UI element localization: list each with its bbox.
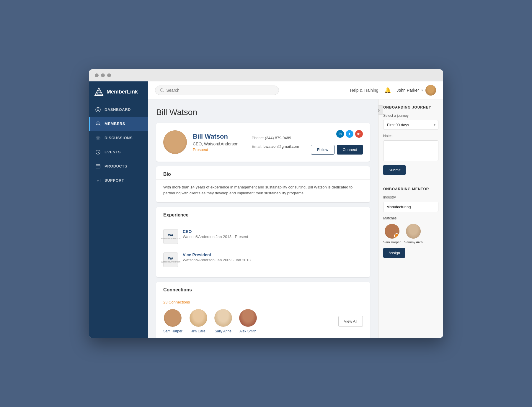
discussions-icon	[95, 135, 101, 141]
dashboard-label: DASHBOARD	[105, 107, 131, 112]
experience-body: WA Watson&Anderson CEO Watson&Anderson J…	[156, 220, 370, 277]
follow-button[interactable]: Follow	[311, 145, 334, 155]
members-label: MEMBERS	[105, 122, 125, 126]
connection-avatar-alex	[239, 309, 257, 327]
onboarding-journey-section: ONBOARDING JOURNEY Select a journey Firs…	[378, 99, 443, 181]
app-container: MemberLink DASHBOARD	[89, 81, 443, 338]
sidebar-item-products[interactable]: PRODUCTS	[89, 159, 148, 173]
mentor-avatar-sam: ✓	[385, 224, 399, 239]
search-icon	[160, 88, 164, 92]
sidebar-item-discussions[interactable]: DISCUSSIONS	[89, 131, 148, 145]
select-journey-label: Select a journey	[383, 114, 438, 118]
mentor-selected-badge: ✓	[394, 233, 399, 239]
content-area: Bill Watson Bill Watson CEO, Watson&Ande…	[148, 99, 443, 338]
main-area: Help & Training 🔔 John Parker ▾ Bill Wat…	[148, 81, 443, 338]
profile-actions: Follow Connect	[311, 145, 363, 155]
connection-item-sam[interactable]: Sam Harper	[163, 309, 182, 333]
svg-point-6	[97, 122, 99, 124]
notes-label: Notes	[383, 134, 438, 138]
assign-button[interactable]: Assign	[383, 248, 405, 258]
connection-name-jim: Jim Care	[191, 329, 205, 333]
google-icon[interactable]: g+	[355, 130, 363, 138]
bio-body: With more than 14 years of experience in…	[156, 180, 370, 203]
connection-name-sally: Sally Anne	[215, 329, 231, 333]
connection-item-alex[interactable]: Alex Smith	[239, 309, 257, 333]
connections-card: Connections 23 Connections Sam Harper	[156, 282, 370, 338]
connection-avatar-sam	[164, 309, 182, 327]
industry-input[interactable]	[384, 202, 438, 211]
company-full-2: Watson&Anderson	[161, 260, 180, 263]
logo-text: MemberLink	[107, 89, 138, 95]
onboarding-journey-title: ONBOARDING JOURNEY	[383, 105, 438, 109]
svg-point-4	[97, 109, 99, 111]
mentor-item-sam[interactable]: ✓ Sam Harper	[383, 224, 401, 244]
connections-count: 23 Connections	[163, 300, 363, 304]
browser-window: MemberLink DASHBOARD	[89, 69, 443, 338]
sidebar-nav: DASHBOARD MEMBERS	[89, 103, 148, 338]
bell-icon[interactable]: 🔔	[384, 87, 391, 93]
experience-item-2: WA Watson&Anderson Vice President Watson…	[163, 248, 363, 271]
profile-info: Bill Watson CEO, Watson&Anderson Prospec…	[193, 133, 240, 152]
journey-select[interactable]: First 90 days First days Standard Custom	[383, 120, 438, 130]
journey-select-wrapper[interactable]: First 90 days First days Standard Custom…	[383, 120, 438, 130]
user-name: John Parker	[397, 88, 419, 93]
members-icon	[95, 121, 101, 127]
events-icon	[95, 149, 101, 155]
notes-textarea[interactable]	[383, 140, 438, 161]
company-abbr-1: WA	[161, 233, 180, 237]
panel-toggle-button[interactable]: ❯	[378, 105, 383, 115]
svg-rect-10	[96, 165, 100, 168]
onboarding-mentor-section: ONBOARDING MENTOR Industry Matche	[378, 181, 443, 264]
company-logo-2: WA Watson&Anderson	[163, 252, 178, 267]
submit-button[interactable]: Submit	[383, 165, 406, 175]
profile-contact-block: Phone: (344) 879-9489 Email: bwatson@gma…	[252, 134, 299, 150]
connections-body: 23 Connections Sam Harper	[156, 295, 370, 338]
user-avatar	[425, 85, 436, 96]
products-icon	[95, 163, 101, 169]
matches-label: Matches	[383, 216, 438, 220]
connect-button[interactable]: Connect	[337, 145, 363, 155]
exp-details-2: Vice President Watson&Anderson Jan 2009 …	[183, 252, 251, 262]
mentor-item-sammy[interactable]: Sammy Arch	[404, 224, 422, 244]
connections-heading: Connections	[156, 282, 370, 295]
sidebar-item-support[interactable]: SUPPORT	[89, 173, 148, 188]
profile-right-actions: in t g+ Follow Connect	[311, 130, 363, 155]
bio-card: Bio With more than 14 years of experienc…	[156, 166, 370, 203]
right-panel: ❯ ONBOARDING JOURNEY Select a journey Fi…	[378, 99, 443, 338]
search-box[interactable]	[155, 86, 279, 95]
profile-company-title: CEO, Watson&Anderson	[193, 142, 240, 146]
search-input[interactable]	[166, 88, 274, 93]
svg-point-13	[160, 88, 163, 91]
twitter-icon[interactable]: t	[346, 130, 353, 138]
connections-grid: Sam Harper Jim Care	[163, 309, 363, 333]
company-logo-1: WA Watson&Anderson	[163, 229, 178, 244]
experience-heading: Experience	[156, 207, 370, 220]
svg-line-14	[163, 91, 164, 92]
profile-email: Email: bwatson@gmail.com	[252, 143, 299, 150]
profile-avatar	[163, 130, 187, 154]
connection-item-jim[interactable]: Jim Care	[190, 309, 207, 333]
sidebar-item-members[interactable]: MEMBERS	[89, 117, 148, 131]
linkedin-icon[interactable]: in	[336, 130, 344, 138]
experience-item-1: WA Watson&Anderson CEO Watson&Anderson J…	[163, 225, 363, 248]
page-title: Bill Watson	[156, 108, 370, 117]
help-training-link[interactable]: Help & Training	[350, 88, 378, 93]
company-abbr-2: WA	[161, 257, 180, 260]
exp-details-1: CEO Watson&Anderson Jan 2013 - Present	[183, 229, 248, 239]
mentor-avatar-sammy	[406, 224, 421, 239]
sidebar-item-events[interactable]: EVENTS	[89, 145, 148, 159]
sidebar: MemberLink DASHBOARD	[89, 81, 148, 338]
browser-dot-3	[107, 73, 111, 77]
industry-label: Industry	[383, 195, 438, 199]
sidebar-item-dashboard[interactable]: DASHBOARD	[89, 103, 148, 117]
browser-dot-1	[95, 73, 99, 77]
exp-company-date-2: Watson&Anderson Jan 2009 - Jan 2013	[183, 258, 251, 262]
view-all-button[interactable]: View All	[338, 316, 363, 327]
company-full-1: Watson&Anderson	[161, 237, 180, 240]
connection-avatar-sally	[214, 309, 232, 327]
industry-search-box[interactable]	[383, 202, 438, 212]
sidebar-logo[interactable]: MemberLink	[89, 81, 148, 103]
user-info[interactable]: John Parker ▾	[397, 85, 436, 96]
mentor-name-sammy: Sammy Arch	[404, 240, 422, 244]
connection-item-sally[interactable]: Sally Anne	[214, 309, 232, 333]
